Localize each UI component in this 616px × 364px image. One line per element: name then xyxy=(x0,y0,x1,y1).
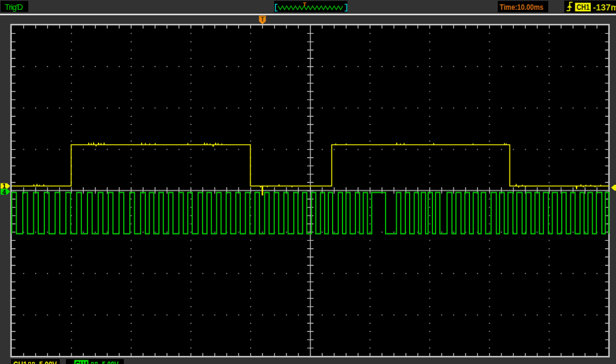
svg-text:-137mV: -137mV xyxy=(593,2,616,12)
svg-text:CH4: CH4 xyxy=(75,360,88,364)
svg-text:CH1: CH1 xyxy=(14,360,27,364)
svg-text:CH1: CH1 xyxy=(577,2,590,12)
svg-text:Trig'D: Trig'D xyxy=(5,2,23,12)
svg-text:5.00V: 5.00V xyxy=(39,360,57,364)
svg-text:Time:10.00ms: Time:10.00ms xyxy=(500,2,543,12)
svg-text:5.00V: 5.00V xyxy=(102,360,119,364)
svg-text:T: T xyxy=(261,15,265,23)
svg-text:T: T xyxy=(303,1,307,7)
svg-text:4: 4 xyxy=(2,188,7,196)
